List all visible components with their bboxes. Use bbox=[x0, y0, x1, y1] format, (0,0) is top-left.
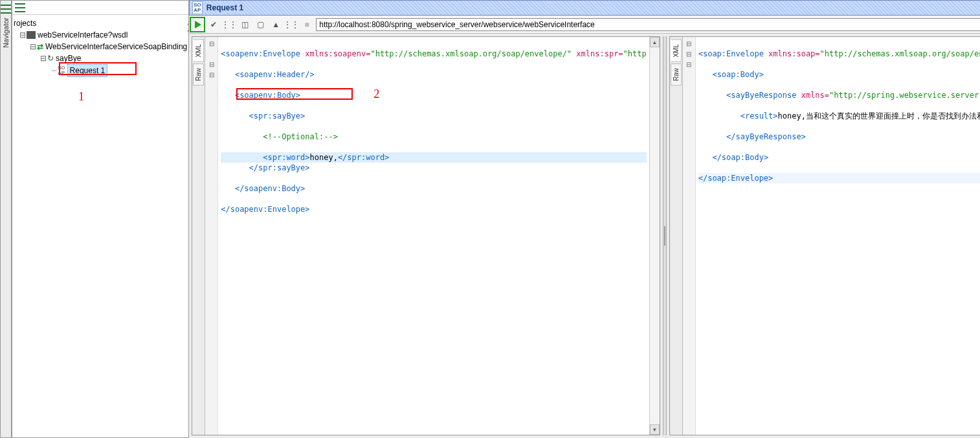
tree-item-request[interactable]: ┈ SOAP Request 1 bbox=[14, 64, 187, 77]
request-side-tabs: XML Raw bbox=[192, 37, 205, 435]
tree-label: sayBye bbox=[56, 52, 81, 64]
annotation-label-1: 1 bbox=[78, 90, 84, 104]
collapse-icon[interactable]: ⊟ bbox=[19, 29, 27, 41]
menu-icon bbox=[1, 5, 11, 14]
add-assertion-button[interactable]: ✔ bbox=[207, 18, 220, 31]
navigator-toolbar bbox=[12, 1, 188, 15]
project-tree[interactable]: rojects ⊟ webServiceInterface?wsdl ⊟ ⇄ W… bbox=[12, 15, 188, 80]
tree-label: webServiceInterface?wsdl bbox=[38, 29, 128, 41]
endpoint-url-input[interactable]: http://localhost:8080/spring_webservice_… bbox=[316, 18, 980, 31]
editors-container: XML Raw ⊟⊟⊟ <soapenv:Envelope xmlns:soap… bbox=[189, 34, 980, 438]
tab-raw[interactable]: Raw bbox=[193, 63, 204, 86]
tree-label: WebServiceInterfaceServiceSoapBinding bbox=[45, 41, 187, 52]
soap-icon: SOAP bbox=[192, 1, 203, 14]
response-side-tabs: XML Raw bbox=[670, 37, 683, 435]
request-xml-editor[interactable]: <soapenv:Envelope xmlns:soapenv="http://… bbox=[218, 37, 649, 435]
splitter[interactable] bbox=[663, 36, 667, 435]
leaf-icon: ┈ bbox=[50, 65, 58, 76]
toolbar-button[interactable]: ■ bbox=[300, 18, 313, 31]
window-title: Request 1 bbox=[206, 3, 243, 12]
scroll-down-button[interactable]: ▾ bbox=[650, 424, 660, 435]
tree-item-operation[interactable]: ⊟ ↻ sayBye bbox=[14, 52, 187, 64]
root-label: rojects bbox=[14, 17, 36, 29]
response-gutter: ⊟⊟⊟ bbox=[683, 37, 696, 435]
endpoint-url-value: http://localhost:8080/spring_webservice_… bbox=[319, 20, 595, 29]
soap-icon: SOAP bbox=[58, 65, 65, 76]
navigator-tab[interactable]: Navigator bbox=[0, 0, 12, 438]
tree-label-selected: Request 1 bbox=[67, 64, 108, 77]
response-xml-viewer[interactable]: <soap:Envelope xmlns:soap="http://schema… bbox=[696, 37, 980, 435]
tab-xml[interactable]: XML bbox=[671, 40, 682, 62]
toolbar-button[interactable]: ⋮⋮ bbox=[285, 18, 298, 31]
menu-icon[interactable] bbox=[15, 3, 25, 12]
tab-xml[interactable]: XML bbox=[193, 40, 204, 62]
tab-raw[interactable]: Raw bbox=[671, 63, 682, 86]
tree-item-wsdl[interactable]: ⊟ webServiceInterface?wsdl bbox=[14, 29, 187, 41]
request-toolbar: ✔ ⋮⋮ ◫ ▢ ▲ ⋮⋮ ■ http://localhost:8080/sp… bbox=[189, 16, 980, 34]
request-editor-window: SOAP Request 1 ▫ ❐ ✕ ✔ ⋮⋮ ◫ ▢ ▲ ⋮⋮ ■ htt… bbox=[189, 0, 980, 438]
navigator-panel: rojects ⊟ webServiceInterface?wsdl ⊟ ⇄ W… bbox=[12, 0, 189, 438]
folder-icon bbox=[27, 31, 36, 39]
scroll-up-button[interactable]: ▴ bbox=[650, 37, 660, 47]
toolbar-button[interactable]: ▢ bbox=[254, 18, 267, 31]
collapse-icon[interactable]: ⊟ bbox=[29, 41, 37, 52]
toolbar-button[interactable]: ⋮⋮ bbox=[223, 18, 236, 31]
tree-root: rojects bbox=[14, 17, 187, 29]
request-scrollbar[interactable]: ▴ ▾ bbox=[649, 37, 660, 435]
navigator-label: Navigator bbox=[2, 17, 10, 48]
interface-icon: ⇄ bbox=[37, 41, 43, 52]
window-titlebar[interactable]: SOAP Request 1 ▫ ❐ ✕ bbox=[189, 0, 980, 16]
response-pane: XML Raw ⊟⊟⊟ <soap:Envelope xmlns:soap="h… bbox=[669, 36, 980, 435]
request-pane: XML Raw ⊟⊟⊟ <soapenv:Envelope xmlns:soap… bbox=[192, 36, 660, 435]
toolbar-button[interactable]: ◫ bbox=[238, 18, 251, 31]
request-gutter: ⊟⊟⊟ bbox=[205, 37, 218, 435]
tree-item-binding[interactable]: ⊟ ⇄ WebServiceInterfaceServiceSoapBindin… bbox=[14, 41, 187, 52]
run-button[interactable] bbox=[192, 18, 205, 31]
collapse-icon[interactable]: ⊟ bbox=[39, 52, 47, 64]
toolbar-button[interactable]: ▲ bbox=[269, 18, 282, 31]
operation-icon: ↻ bbox=[47, 52, 54, 64]
